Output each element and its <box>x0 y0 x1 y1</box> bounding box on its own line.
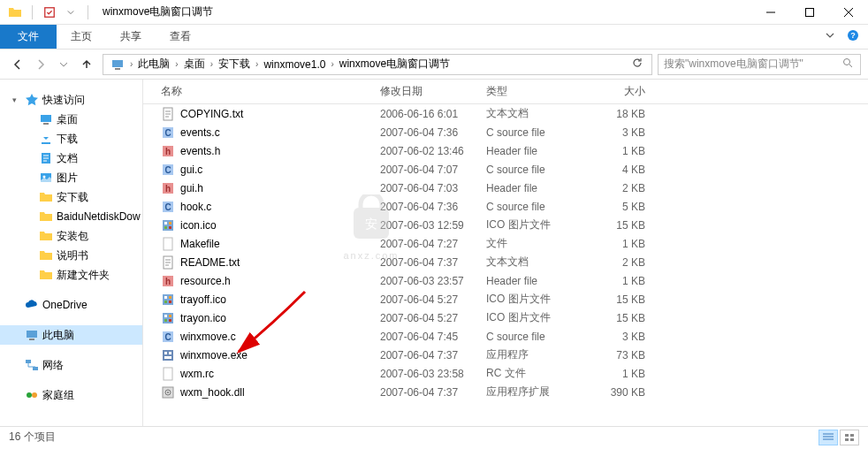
file-row[interactable]: wxm.rc 2007-06-03 23:58 RC 文件 1 KB <box>143 364 868 383</box>
header-name[interactable]: 名称 <box>143 84 373 99</box>
ribbon-expand-icon[interactable] <box>824 29 836 44</box>
breadcrumb-seg-3[interactable]: winxmove1.0 <box>260 58 329 71</box>
breadcrumb-seg-0[interactable]: 此电脑 <box>134 57 173 72</box>
sidebar-this-pc[interactable]: ▸ 此电脑 <box>0 325 142 345</box>
file-icon <box>161 348 175 362</box>
nav-back-button[interactable] <box>7 54 28 75</box>
file-row[interactable]: COPYING.txt 2006-06-16 6:01 文本文档 18 KB <box>143 104 868 123</box>
sidebar-item-2[interactable]: 文档 <box>0 148 142 168</box>
svg-rect-8 <box>43 123 49 125</box>
sidebar-item-8[interactable]: 新建文件夹 <box>0 265 142 285</box>
quick-access-toolbar <box>0 4 99 20</box>
header-type[interactable]: 类型 <box>479 84 585 99</box>
properties-icon[interactable] <box>42 4 57 20</box>
search-box[interactable]: 搜索"winxmove电脑窗口调节" <box>658 54 861 75</box>
window-title: winxmove电脑窗口调节 <box>103 4 213 19</box>
minimize-button[interactable] <box>751 0 790 25</box>
sidebar-item-3[interactable]: 图片 <box>0 168 142 187</box>
breadcrumb-seg-2[interactable]: 安下载 <box>215 57 254 72</box>
file-name: gui.h <box>180 182 203 194</box>
title-bar: winxmove电脑窗口调节 <box>0 0 868 25</box>
nav-forward-button[interactable] <box>30 54 51 75</box>
file-icon: h <box>161 274 175 288</box>
file-type: 文本文档 <box>479 106 585 121</box>
svg-text:h: h <box>165 277 171 286</box>
file-type: C source file <box>479 126 585 139</box>
qat-dropdown-icon[interactable] <box>63 4 79 20</box>
tab-home[interactable]: 主页 <box>57 25 106 49</box>
sidebar-network[interactable]: ▸ 网络 <box>0 355 142 375</box>
file-row[interactable]: README.txt 2007-06-04 7:37 文本文档 2 KB <box>143 253 868 271</box>
file-icon: C <box>161 330 175 344</box>
svg-rect-45 <box>169 315 171 317</box>
nav-up-button[interactable] <box>76 54 97 75</box>
sidebar-item-1[interactable]: 下载 <box>0 129 142 148</box>
file-row[interactable]: trayoff.ico 2007-06-04 5:27 ICO 图片文件 15 … <box>143 290 868 308</box>
tab-file[interactable]: 文件 <box>0 25 57 49</box>
file-row[interactable]: hevents.h 2007-06-02 13:46 Header file 1… <box>143 141 868 160</box>
file-row[interactable]: Cgui.c 2007-06-04 7:07 C source file 4 K… <box>143 160 868 179</box>
sidebar-item-5[interactable]: BaiduNetdiskDow <box>0 207 142 226</box>
svg-rect-32 <box>164 226 167 229</box>
sidebar-item-7[interactable]: 说明书 <box>0 246 142 265</box>
refresh-icon[interactable] <box>627 57 648 71</box>
file-name: trayon.ico <box>180 312 226 324</box>
header-date[interactable]: 修改日期 <box>373 84 479 99</box>
file-size: 1 KB <box>585 368 656 380</box>
sidebar-item-4[interactable]: 安下载 <box>0 187 142 207</box>
file-size: 390 KB <box>585 386 656 399</box>
sidebar-quick-access[interactable]: ▾ 快速访问 <box>0 90 142 110</box>
file-row[interactable]: wxm_hook.dll 2007-06-04 7:37 应用程序扩展 390 … <box>143 383 868 401</box>
sidebar-item-6[interactable]: 安装包 <box>0 226 142 246</box>
view-details-button[interactable] <box>819 430 838 445</box>
file-name: trayoff.ico <box>180 293 226 306</box>
nav-history-dropdown[interactable] <box>53 54 74 75</box>
svg-rect-5 <box>115 68 120 70</box>
sidebar-onedrive[interactable]: ▸ OneDrive <box>0 295 142 315</box>
file-size: 15 KB <box>585 219 656 232</box>
svg-rect-7 <box>41 115 51 122</box>
file-row[interactable]: hresource.h 2007-06-03 23:57 Header file… <box>143 271 868 290</box>
search-icon[interactable] <box>842 57 853 71</box>
file-icon: C <box>161 163 175 177</box>
pc-icon[interactable] <box>107 57 128 72</box>
file-row[interactable]: Cevents.c 2007-06-04 7:36 C source file … <box>143 123 868 141</box>
sidebar-homegroup[interactable]: ▸ 家庭组 <box>0 385 142 405</box>
close-button[interactable] <box>829 0 868 25</box>
view-large-icons-button[interactable] <box>840 430 859 445</box>
address-bar: › 此电脑› 桌面› 安下载› winxmove1.0› winxmove电脑窗… <box>0 49 868 80</box>
file-type: Header file <box>479 145 585 157</box>
svg-rect-44 <box>164 315 167 317</box>
file-row[interactable]: winxmove.exe 2007-06-04 7:37 应用程序 73 KB <box>143 346 868 364</box>
svg-rect-46 <box>164 319 167 322</box>
file-icon <box>161 237 175 251</box>
breadcrumb-seg-1[interactable]: 桌面 <box>180 57 209 72</box>
file-date: 2007-06-04 7:03 <box>373 182 479 194</box>
sidebar-item-0[interactable]: 桌面 <box>0 110 142 129</box>
svg-point-16 <box>27 392 32 398</box>
file-row[interactable]: icon.ico 2007-06-03 12:59 ICO 图片文件 15 KB <box>143 216 868 234</box>
svg-rect-43 <box>163 313 173 323</box>
help-icon[interactable]: ? <box>847 29 859 44</box>
maximize-button[interactable] <box>790 0 829 25</box>
file-row[interactable]: Chook.c 2007-06-04 7:36 C source file 5 … <box>143 197 868 216</box>
svg-rect-60 <box>845 438 849 441</box>
file-row[interactable]: trayon.ico 2007-06-04 5:27 ICO 图片文件 15 K… <box>143 308 868 327</box>
tab-view[interactable]: 查看 <box>156 25 205 49</box>
breadcrumb-seg-4[interactable]: winxmove电脑窗口调节 <box>336 57 453 72</box>
breadcrumb[interactable]: › 此电脑› 桌面› 安下载› winxmove1.0› winxmove电脑窗… <box>103 54 652 75</box>
file-row[interactable]: Cwinxmove.c 2007-06-04 7:45 C source fil… <box>143 327 868 346</box>
svg-point-17 <box>32 392 37 398</box>
file-name: COPYING.txt <box>180 108 243 120</box>
file-icon <box>161 218 175 232</box>
file-row[interactable]: hgui.h 2007-06-04 7:03 Header file 2 KB <box>143 179 868 197</box>
file-date: 2007-06-04 5:27 <box>373 312 479 324</box>
item-count: 16 个项目 <box>9 430 56 445</box>
header-size[interactable]: 大小 <box>585 84 656 99</box>
file-row[interactable]: Makefile 2007-06-04 7:27 文件 1 KB <box>143 234 868 253</box>
file-date: 2007-06-04 7:27 <box>373 238 479 250</box>
svg-rect-4 <box>112 60 123 67</box>
pc-icon <box>25 328 39 342</box>
file-date: 2007-06-03 23:58 <box>373 368 479 380</box>
tab-share[interactable]: 共享 <box>106 25 156 49</box>
